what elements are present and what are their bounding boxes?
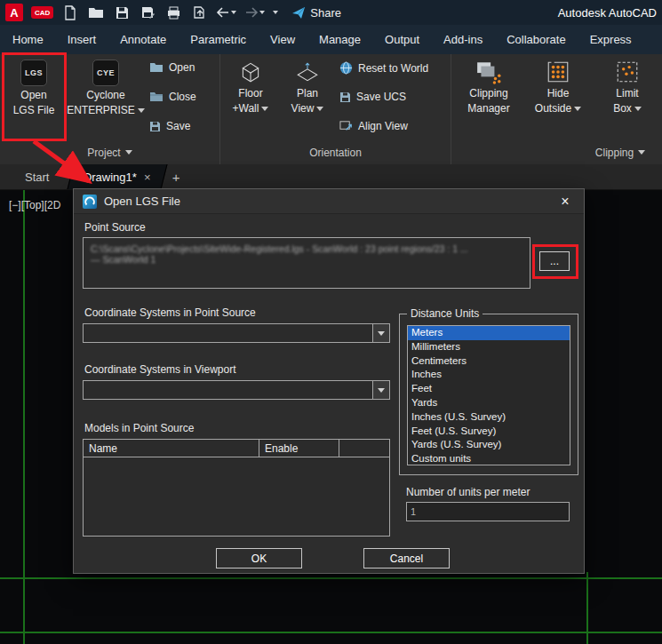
tab-close-icon[interactable]: × — [144, 171, 151, 184]
publish-button[interactable] — [190, 4, 208, 21]
tab-add-ins[interactable]: Add-ins — [443, 33, 483, 46]
combo-dropdown-button[interactable] — [372, 324, 389, 342]
tab-collaborate[interactable]: Collaborate — [506, 33, 566, 46]
tab-output[interactable]: Output — [385, 33, 419, 46]
ok-button[interactable]: OK — [216, 548, 302, 568]
cyclone-enterprise-icon: CYE — [92, 60, 119, 86]
plot-button[interactable] — [164, 4, 182, 21]
tab-parametric[interactable]: Parametric — [190, 33, 246, 46]
cyclone-label-line2: ENTERPRISE — [67, 104, 135, 116]
new-file-icon — [63, 5, 77, 20]
floor-wall-button[interactable]: Floor +Wall — [226, 58, 275, 115]
undo-dropdown-caret-icon[interactable] — [231, 11, 236, 14]
limit-box-label-line1: Limit — [616, 87, 638, 99]
title-bar: A CAD Share — [0, 0, 662, 25]
cancel-button[interactable]: Cancel — [363, 548, 450, 568]
quick-access-menu-caret-icon[interactable] — [273, 11, 278, 14]
units-per-meter-label: Number of units per meter — [406, 486, 530, 498]
project-open-button[interactable]: Open — [149, 61, 196, 74]
chevron-down-icon[interactable] — [138, 108, 145, 113]
new-file-button[interactable] — [61, 4, 79, 21]
distance-units-list[interactable]: Meters Millimeters Centimeters Inches Fe… — [407, 325, 570, 465]
tab-home[interactable]: Home — [12, 33, 44, 46]
cs-viewport-select[interactable] — [83, 380, 390, 400]
save-as-button[interactable] — [139, 4, 156, 21]
models-table-body[interactable] — [84, 457, 389, 536]
dialog-title: Open LGS File — [104, 195, 180, 208]
grid-line-horizontal-lower — [0, 632, 662, 633]
plan-view-button[interactable]: Plan View — [284, 58, 331, 115]
ribbon-panel-clipping: Clipping Manager Hide Outside Limit Box … — [451, 54, 662, 164]
save-as-icon — [141, 6, 155, 20]
chevron-down-icon[interactable] — [574, 107, 581, 111]
combo-dropdown-button[interactable] — [372, 381, 389, 399]
list-item-yards[interactable]: Yards — [408, 396, 570, 410]
project-save-button[interactable]: Save — [149, 120, 196, 132]
publish-icon — [192, 5, 206, 20]
list-item-millimeters[interactable]: Millimeters — [408, 340, 570, 354]
grid-line-vertical-right — [586, 572, 588, 644]
save-ucs-button[interactable]: Save UCS — [339, 91, 428, 103]
point-source-path-box[interactable]: C:\Scans\Cyclone\Projects\SiteWide-Regis… — [83, 237, 530, 289]
tab-annotate[interactable]: Annotate — [120, 33, 166, 46]
column-header-name[interactable]: Name — [84, 440, 259, 457]
list-item-feet[interactable]: Feet — [408, 382, 570, 396]
plan-view-label-line1: Plan — [297, 87, 318, 99]
annotation-red-box-browse — [532, 244, 578, 279]
undo-button[interactable] — [216, 6, 236, 19]
chevron-down-icon[interactable] — [634, 107, 642, 111]
dialog-close-button[interactable]: × — [555, 194, 575, 210]
open-file-button[interactable] — [87, 4, 105, 21]
hide-outside-button[interactable]: Hide Outside — [530, 58, 586, 115]
list-item-centimeters[interactable]: Centimeters — [408, 354, 570, 369]
chevron-down-icon[interactable] — [316, 107, 323, 111]
chevron-down-icon — [125, 150, 132, 155]
tab-drawing1[interactable]: Drawing1* × — [68, 164, 168, 189]
clipping-manager-button[interactable]: Clipping Manager — [460, 58, 517, 115]
chevron-down-icon[interactable] — [261, 107, 268, 111]
share-button[interactable]: Share — [291, 6, 341, 20]
ribbon-panel-orientation: Floor +Wall Plan View Reset to World Sav — [220, 54, 451, 164]
clipping-manager-icon — [475, 60, 502, 84]
redo-button[interactable] — [244, 6, 265, 19]
project-close-label: Close — [169, 91, 196, 103]
cyclone-enterprise-button[interactable]: CYE Cyclone ENTERPRISE — [71, 58, 140, 116]
open-folder-icon — [149, 62, 164, 73]
list-item-feet-us-survey[interactable]: Feet (U.S. Survey) — [408, 425, 570, 439]
column-header-enable[interactable]: Enable — [259, 440, 339, 457]
viewport-controls[interactable]: [−][Top][2D — [9, 199, 60, 211]
tab-start[interactable]: Start — [12, 164, 61, 189]
list-item-custom-units[interactable]: Custom units — [408, 452, 570, 465]
align-view-button[interactable]: Align View — [339, 119, 428, 132]
list-item-yards-us-survey[interactable]: Yards (U.S. Survey) — [408, 438, 570, 452]
align-view-label: Align View — [358, 120, 408, 132]
document-tab-bar: Start Drawing1* × + — [0, 164, 662, 190]
redo-dropdown-caret-icon[interactable] — [259, 11, 265, 14]
floor-wall-cube-icon — [238, 60, 263, 84]
clipping-manager-label-line2: Manager — [467, 102, 509, 115]
project-save-label: Save — [166, 120, 190, 132]
units-per-meter-input[interactable] — [406, 502, 570, 521]
list-item-inches[interactable]: Inches — [408, 368, 570, 382]
panel-label-orientation[interactable]: Orientation — [220, 140, 451, 164]
new-drawing-tab-button[interactable]: + — [164, 164, 187, 189]
limit-box-button[interactable]: Limit Box — [599, 58, 656, 115]
dialog-title-bar[interactable]: Open LGS File × — [74, 189, 584, 214]
autocad-logo[interactable]: A — [5, 4, 23, 21]
panel-label-project[interactable]: Project — [0, 140, 219, 164]
reset-to-world-label: Reset to World — [358, 62, 428, 75]
floor-wall-label-line1: Floor — [238, 87, 262, 99]
tab-insert[interactable]: Insert — [68, 33, 97, 46]
list-item-meters[interactable]: Meters — [408, 326, 570, 340]
cs-point-source-select[interactable] — [83, 323, 390, 343]
project-close-button[interactable]: Close — [149, 91, 196, 103]
panel-label-clipping[interactable]: Clipping — [451, 140, 662, 164]
reset-to-world-button[interactable]: Reset to World — [339, 61, 428, 75]
list-item-inches-us-survey[interactable]: Inches (U.S. Survey) — [408, 410, 570, 425]
tab-manage[interactable]: Manage — [319, 33, 361, 46]
distance-units-label: Distance Units — [407, 307, 483, 320]
tab-view[interactable]: View — [270, 33, 295, 46]
tab-express[interactable]: Express — [590, 33, 632, 46]
point-source-path-text: C:\Scans\Cyclone\Projects\SiteWide-Regis… — [91, 243, 522, 254]
save-button[interactable] — [113, 4, 131, 21]
